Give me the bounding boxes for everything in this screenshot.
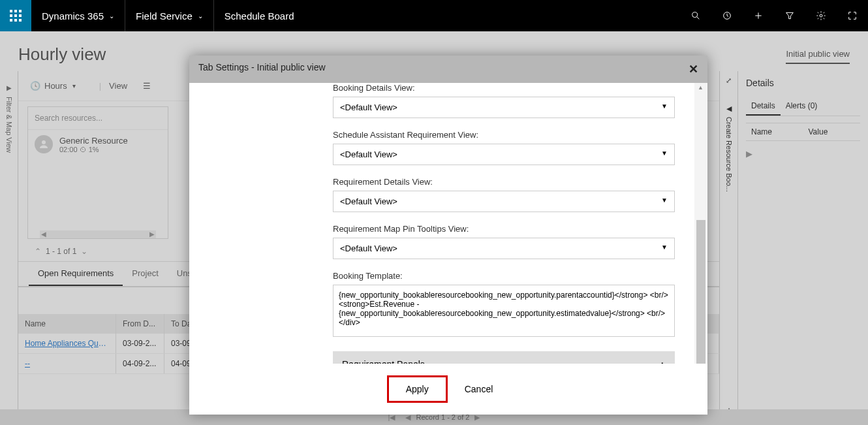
field-label-schedule-assistant: Schedule Assistant Requirement View: xyxy=(333,130,675,140)
app-launcher-button[interactable] xyxy=(0,0,31,31)
page-label: Schedule Board xyxy=(214,0,305,31)
brand-dropdown[interactable]: Dynamics 365⌄ xyxy=(31,0,125,31)
svg-rect-0 xyxy=(10,10,12,12)
svg-point-9 xyxy=(692,12,698,18)
brand-label: Dynamics 365 xyxy=(42,10,104,22)
field-label-requirement-details: Requirement Details View: xyxy=(333,177,675,187)
svg-rect-7 xyxy=(14,19,17,22)
select-value: <Default View> xyxy=(340,244,397,253)
select-value: <Default View> xyxy=(340,102,397,112)
select-value: <Default View> xyxy=(340,150,397,159)
caret-down-icon: ▼ xyxy=(661,150,668,159)
close-icon[interactable]: ✕ xyxy=(689,62,698,76)
requirement-panels-section[interactable]: Requirement Panels + xyxy=(333,351,675,364)
svg-rect-8 xyxy=(19,19,22,22)
add-icon[interactable] xyxy=(743,0,774,31)
filter-icon[interactable] xyxy=(774,0,805,31)
caret-down-icon: ▼ xyxy=(661,102,668,112)
apply-button[interactable]: Apply xyxy=(389,377,446,401)
caret-down-icon: ▼ xyxy=(661,244,668,253)
requirement-panels-label: Requirement Panels xyxy=(342,359,425,364)
field-label-map-pin: Requirement Map Pin Tooltips View: xyxy=(333,224,675,234)
svg-point-15 xyxy=(820,14,822,17)
select-value: <Default View> xyxy=(340,197,397,206)
schedule-assistant-select[interactable]: <Default View>▼ xyxy=(333,144,675,165)
svg-line-10 xyxy=(697,17,699,19)
gear-icon[interactable] xyxy=(805,0,837,31)
svg-rect-3 xyxy=(10,14,12,17)
fullscreen-icon[interactable] xyxy=(837,0,868,31)
chevron-down-icon: ⌄ xyxy=(198,12,203,20)
global-nav: Dynamics 365⌄ Field Service⌄ Schedule Bo… xyxy=(0,0,868,31)
chevron-down-icon: ⌄ xyxy=(109,12,114,20)
field-label-booking-details: Booking Details View: xyxy=(333,83,675,93)
caret-down-icon: ▼ xyxy=(661,197,668,206)
modal-scrollbar[interactable]: ▲ xyxy=(694,83,707,364)
svg-rect-4 xyxy=(14,14,17,17)
map-pin-select[interactable]: <Default View>▼ xyxy=(333,238,675,259)
booking-details-select[interactable]: <Default View>▼ xyxy=(333,97,675,118)
add-panel-icon[interactable]: + xyxy=(659,359,666,364)
dialog-title: Tab Settings - Initial public view xyxy=(198,62,326,76)
app-dropdown[interactable]: Field Service⌄ xyxy=(125,0,214,31)
recent-icon[interactable] xyxy=(711,0,743,31)
search-icon[interactable] xyxy=(680,0,711,31)
svg-rect-2 xyxy=(19,10,22,12)
svg-rect-6 xyxy=(10,19,12,22)
field-label-booking-template: Booking Template: xyxy=(333,271,675,281)
booking-template-textarea[interactable] xyxy=(333,285,675,337)
cancel-button[interactable]: Cancel xyxy=(448,375,510,403)
svg-marker-14 xyxy=(786,12,794,18)
app-label: Field Service xyxy=(136,10,193,22)
tab-settings-dialog: Tab Settings - Initial public view ✕ Boo… xyxy=(189,55,707,415)
requirement-details-select[interactable]: <Default View>▼ xyxy=(333,191,675,212)
svg-rect-5 xyxy=(19,14,22,17)
svg-rect-1 xyxy=(14,10,17,12)
